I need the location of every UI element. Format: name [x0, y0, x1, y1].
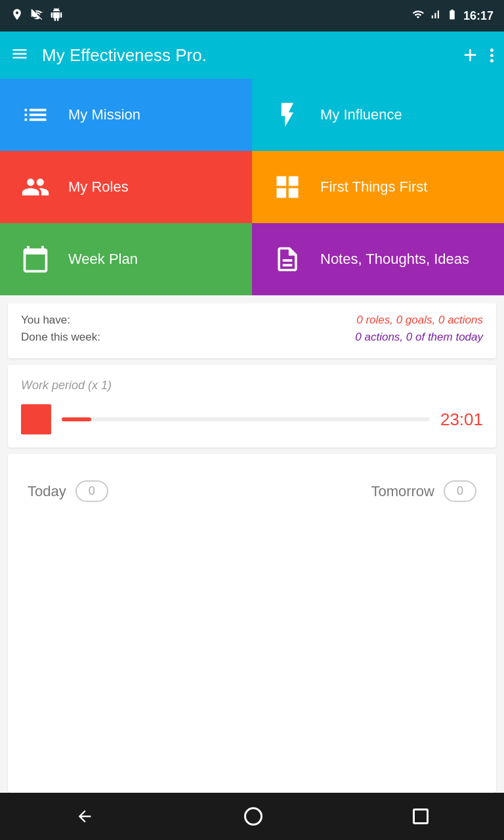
first-things-first-button[interactable]: First Things First — [252, 151, 504, 223]
my-roles-label: My Roles — [68, 178, 129, 196]
work-period-card: Work period (x 1) 23:01 — [8, 365, 496, 448]
my-roles-icon — [16, 167, 55, 207]
tomorrow-label: Tomorrow — [371, 483, 434, 500]
work-progress-row: 23:01 — [21, 404, 483, 434]
today-label: Today — [28, 483, 66, 500]
status-right-icons: 16:17 — [412, 9, 494, 24]
clock-time: 16:17 — [463, 9, 494, 23]
android-icon — [50, 8, 63, 24]
notes-label: Notes, Thoughts, Ideas — [320, 251, 469, 268]
main-grid: My Mission My Influence My Roles First T… — [0, 79, 504, 295]
signal-icon — [429, 9, 441, 24]
done-value: 0 actions, 0 of them today — [355, 331, 483, 344]
progress-fill — [62, 417, 91, 421]
my-mission-label: My Mission — [68, 106, 140, 123]
my-mission-button[interactable]: My Mission — [0, 79, 252, 151]
my-influence-icon — [268, 95, 307, 135]
tomorrow-tab[interactable]: Tomorrow 0 — [371, 480, 476, 502]
status-left-icons — [10, 8, 63, 24]
work-time-display: 23:01 — [440, 410, 483, 430]
work-color-indicator — [21, 404, 51, 434]
tomorrow-badge: 0 — [444, 480, 476, 502]
today-badge: 0 — [75, 480, 108, 502]
more-button[interactable] — [490, 49, 494, 62]
home-button[interactable] — [244, 807, 262, 826]
stats-card: You have: 0 roles, 0 goals, 0 actions Do… — [8, 303, 496, 358]
work-period-title: Work period (x 1) — [21, 379, 112, 392]
my-influence-button[interactable]: My Influence — [252, 79, 504, 151]
wifi-off-icon — [30, 8, 43, 24]
bell-icon[interactable] — [467, 375, 483, 395]
home-circle-icon — [244, 807, 262, 826]
progress-track — [62, 417, 430, 421]
notes-icon — [268, 240, 307, 279]
first-things-icon — [268, 167, 307, 207]
done-row: Done this week: 0 actions, 0 of them tod… — [21, 331, 483, 344]
week-plan-icon — [16, 240, 55, 279]
recent-apps-square-icon — [413, 808, 429, 824]
wifi-icon — [412, 9, 424, 24]
you-have-value: 0 roles, 0 goals, 0 actions — [356, 314, 483, 327]
status-bar: 16:17 — [0, 0, 504, 32]
alarm-icon — [10, 8, 24, 24]
add-button[interactable]: + — [463, 43, 477, 67]
first-things-label: First Things First — [320, 178, 427, 196]
you-have-row: You have: 0 roles, 0 goals, 0 actions — [21, 314, 483, 327]
day-tabs: Today 0 Tomorrow 0 — [8, 454, 496, 528]
my-roles-button[interactable]: My Roles — [0, 151, 252, 223]
menu-button[interactable] — [10, 45, 29, 66]
battery-icon — [446, 9, 458, 24]
done-label: Done this week: — [21, 331, 100, 344]
notes-button[interactable]: Notes, Thoughts, Ideas — [252, 223, 504, 295]
today-tab[interactable]: Today 0 — [28, 480, 108, 502]
week-plan-button[interactable]: Week Plan — [0, 223, 252, 295]
main-content-area: Today 0 Tomorrow 0 — [8, 454, 496, 793]
app-bar-actions: + — [463, 43, 494, 67]
work-header: Work period (x 1) — [21, 375, 483, 395]
you-have-label: You have: — [21, 314, 70, 327]
recent-apps-button[interactable] — [413, 808, 429, 824]
week-plan-label: Week Plan — [68, 251, 138, 268]
my-influence-label: My Influence — [320, 106, 402, 123]
bottom-navigation — [0, 793, 504, 840]
app-title: My Effectiveness Pro. — [42, 45, 463, 66]
my-mission-icon — [16, 95, 55, 135]
back-button[interactable] — [75, 807, 94, 826]
app-bar: My Effectiveness Pro. + — [0, 32, 504, 79]
